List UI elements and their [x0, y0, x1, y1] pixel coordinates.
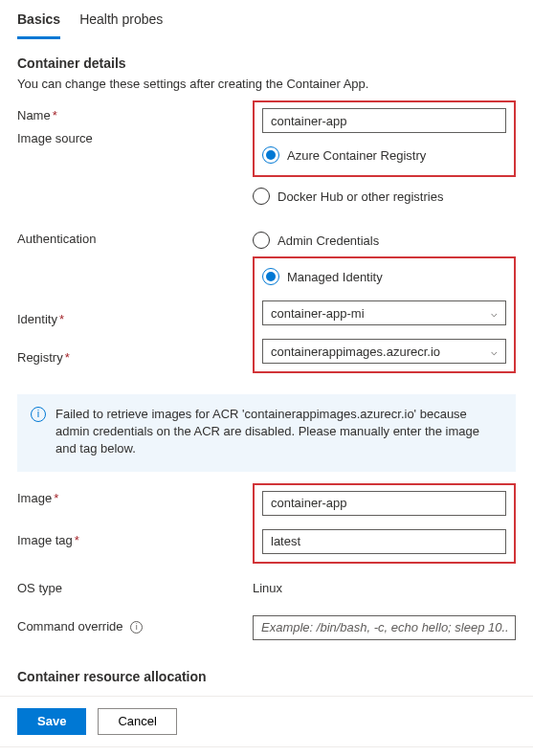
radio-label-admin: Admin Credentials: [278, 233, 379, 248]
radio-icon: [262, 268, 279, 285]
info-icon: i: [31, 407, 46, 422]
radio-label-managed: Managed Identity: [287, 270, 383, 284]
label-image-source: Image source: [17, 127, 253, 145]
tab-basics[interactable]: Basics: [17, 6, 60, 39]
info-icon[interactable]: i: [130, 621, 143, 634]
tabs-bar: Basics Health probes: [0, 0, 533, 40]
label-os-type: OS type: [17, 577, 253, 595]
radio-icon: [262, 146, 279, 164]
info-text: Failed to retrieve images for ACR 'conta…: [56, 406, 502, 458]
radio-icon: [253, 188, 270, 205]
radio-managed-identity[interactable]: Managed Identity: [262, 264, 506, 289]
image-input[interactable]: [262, 491, 506, 516]
radio-label-acr: Azure Container Registry: [287, 148, 426, 163]
info-banner: i Failed to retrieve images for ACR 'con…: [17, 394, 516, 472]
footer-bar: Save Cancel: [0, 696, 533, 746]
label-command-override: Command override i: [17, 615, 253, 634]
radio-admin-credentials[interactable]: Admin Credentials: [253, 228, 516, 253]
radio-docker[interactable]: Docker Hub or other registries: [253, 184, 516, 209]
label-authentication: Authentication: [17, 228, 253, 246]
radio-acr[interactable]: Azure Container Registry: [262, 143, 506, 167]
label-name: Name*: [17, 104, 253, 122]
save-button[interactable]: Save: [17, 708, 86, 735]
section-title-resource-allocation: Container resource allocation: [0, 648, 533, 690]
cancel-button[interactable]: Cancel: [98, 708, 176, 735]
label-image-tag: Image tag*: [17, 529, 253, 547]
radio-icon: [253, 232, 270, 249]
tab-health-probes[interactable]: Health probes: [79, 6, 163, 39]
label-identity: Identity*: [17, 308, 253, 326]
section-desc: You can change these settings after crea…: [0, 77, 533, 91]
command-override-input[interactable]: [253, 615, 516, 640]
label-image: Image*: [17, 487, 253, 505]
os-type-value: Linux: [253, 577, 516, 595]
section-title-container-details: Container details: [0, 40, 533, 77]
radio-label-docker: Docker Hub or other registries: [278, 189, 443, 204]
label-registry: Registry*: [17, 346, 253, 365]
